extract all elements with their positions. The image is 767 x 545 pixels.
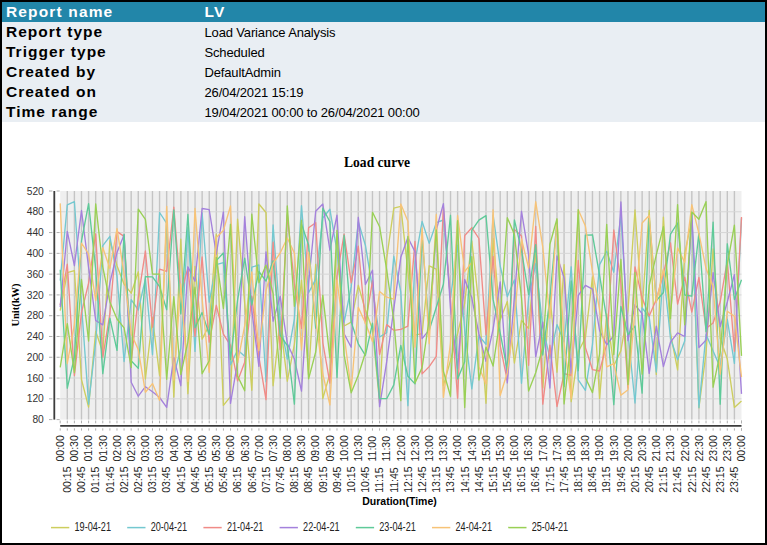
svg-text:21-04-21: 21-04-21: [227, 520, 264, 534]
svg-text:10:30: 10:30: [352, 435, 364, 461]
svg-text:14:30: 14:30: [466, 435, 478, 461]
svg-text:01:45: 01:45: [104, 466, 116, 492]
svg-text:03:30: 03:30: [153, 435, 165, 461]
svg-text:20:00: 20:00: [622, 435, 634, 461]
svg-text:120: 120: [27, 392, 44, 404]
svg-text:13:45: 13:45: [444, 466, 456, 492]
svg-text:02:45: 02:45: [132, 466, 144, 492]
svg-text:12:30: 12:30: [409, 435, 421, 461]
svg-text:520: 520: [27, 185, 44, 197]
svg-text:04:15: 04:15: [175, 466, 187, 492]
svg-text:10:00: 10:00: [338, 435, 350, 461]
svg-text:22:30: 22:30: [693, 435, 705, 461]
svg-text:480: 480: [27, 205, 44, 217]
svg-text:09:30: 09:30: [324, 435, 336, 461]
svg-text:12:15: 12:15: [402, 466, 414, 492]
svg-text:04:45: 04:45: [189, 466, 201, 492]
svg-text:18:00: 18:00: [565, 435, 577, 461]
svg-text:24-04-21: 24-04-21: [456, 520, 493, 534]
svg-text:280: 280: [27, 309, 44, 321]
svg-text:16:30: 16:30: [522, 435, 534, 461]
svg-text:02:00: 02:00: [111, 435, 123, 461]
svg-text:05:00: 05:00: [196, 435, 208, 461]
svg-text:16:45: 16:45: [529, 466, 541, 492]
svg-text:21:15: 21:15: [657, 466, 669, 492]
svg-text:13:30: 13:30: [437, 435, 449, 461]
svg-text:05:15: 05:15: [203, 466, 215, 492]
svg-text:19-04-21: 19-04-21: [75, 520, 112, 534]
svg-text:06:15: 06:15: [231, 466, 243, 492]
svg-text:09:00: 09:00: [309, 435, 321, 461]
svg-text:08:00: 08:00: [281, 435, 293, 461]
svg-text:22:00: 22:00: [679, 435, 691, 461]
svg-text:20:15: 20:15: [629, 466, 641, 492]
svg-text:14:15: 14:15: [459, 466, 471, 492]
svg-text:15:00: 15:00: [480, 435, 492, 461]
svg-text:00:00: 00:00: [735, 435, 747, 461]
svg-text:08:15: 08:15: [288, 466, 300, 492]
svg-text:22:45: 22:45: [700, 466, 712, 492]
svg-text:15:45: 15:45: [501, 466, 513, 492]
svg-text:17:45: 17:45: [558, 466, 570, 492]
svg-text:07:45: 07:45: [274, 466, 286, 492]
svg-text:21:00: 21:00: [650, 435, 662, 461]
svg-text:23:15: 23:15: [714, 466, 726, 492]
svg-text:23:00: 23:00: [707, 435, 719, 461]
svg-text:18:15: 18:15: [572, 466, 584, 492]
svg-text:22-04-21: 22-04-21: [303, 520, 340, 534]
svg-text:06:30: 06:30: [239, 435, 251, 461]
svg-text:02:15: 02:15: [118, 466, 130, 492]
svg-text:14:00: 14:00: [451, 435, 463, 461]
svg-text:80: 80: [32, 413, 43, 425]
svg-text:09:45: 09:45: [331, 466, 343, 492]
svg-text:01:00: 01:00: [82, 435, 94, 461]
svg-text:16:00: 16:00: [508, 435, 520, 461]
svg-text:11:45: 11:45: [388, 467, 400, 493]
svg-text:23-04-21: 23-04-21: [379, 520, 416, 534]
svg-text:160: 160: [27, 372, 44, 384]
svg-text:19:00: 19:00: [593, 435, 605, 461]
svg-text:03:45: 03:45: [160, 466, 172, 492]
svg-text:21:45: 21:45: [671, 466, 683, 492]
svg-text:01:30: 01:30: [97, 435, 109, 461]
svg-text:00:00: 00:00: [54, 435, 66, 461]
svg-text:17:30: 17:30: [551, 435, 563, 461]
svg-text:00:30: 00:30: [68, 435, 80, 461]
svg-text:00:45: 00:45: [75, 466, 87, 492]
svg-text:04:00: 04:00: [168, 435, 180, 461]
svg-text:09:15: 09:15: [317, 466, 329, 492]
svg-text:05:30: 05:30: [210, 435, 222, 461]
svg-text:21:30: 21:30: [664, 435, 676, 461]
svg-text:11:15: 11:15: [373, 467, 385, 493]
svg-text:15:15: 15:15: [487, 466, 499, 492]
svg-text:22:15: 22:15: [686, 466, 698, 492]
svg-text:200: 200: [27, 351, 44, 363]
svg-text:19:45: 19:45: [615, 466, 627, 492]
svg-text:08:30: 08:30: [295, 435, 307, 461]
svg-text:06:45: 06:45: [246, 466, 258, 492]
svg-text:240: 240: [27, 330, 44, 342]
svg-text:400: 400: [27, 247, 44, 259]
svg-text:07:00: 07:00: [253, 435, 265, 461]
svg-text:18:30: 18:30: [579, 435, 591, 461]
svg-text:11:00: 11:00: [366, 436, 378, 462]
svg-text:06:00: 06:00: [224, 435, 236, 461]
svg-text:320: 320: [27, 289, 44, 301]
svg-text:07:15: 07:15: [260, 466, 272, 492]
svg-text:20:30: 20:30: [636, 435, 648, 461]
svg-text:18:45: 18:45: [586, 466, 598, 492]
svg-text:25-04-21: 25-04-21: [532, 520, 569, 534]
svg-text:07:30: 07:30: [267, 435, 279, 461]
svg-text:20:45: 20:45: [643, 466, 655, 492]
svg-text:08:45: 08:45: [302, 466, 314, 492]
svg-text:440: 440: [27, 226, 44, 238]
svg-text:Duration(Time): Duration(Time): [362, 495, 436, 507]
svg-text:10:45: 10:45: [359, 466, 371, 492]
svg-text:15:30: 15:30: [494, 435, 506, 461]
svg-text:05:45: 05:45: [217, 466, 229, 492]
svg-text:13:15: 13:15: [430, 466, 442, 492]
svg-text:Unit(kW): Unit(kW): [10, 283, 22, 327]
svg-text:02:30: 02:30: [125, 435, 137, 461]
svg-text:13:00: 13:00: [423, 435, 435, 461]
svg-text:19:15: 19:15: [600, 466, 612, 492]
